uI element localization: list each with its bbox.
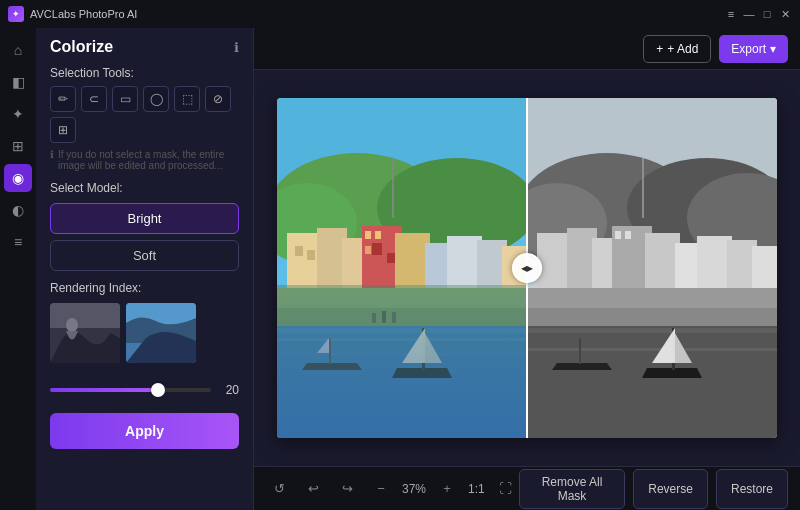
menu-button[interactable]: ≡: [724, 7, 738, 21]
svg-rect-17: [372, 243, 382, 255]
pen-tool[interactable]: ✏: [50, 86, 76, 112]
select-model-section: Select Model: Bright Soft: [50, 181, 239, 271]
image-left-color: [277, 98, 527, 438]
rect-tool[interactable]: ▭: [112, 86, 138, 112]
tools-row: ✏ ⊂ ▭ ◯ ⬚ ⊘ ⊞: [50, 86, 239, 143]
rendering-slider-fill: [50, 388, 155, 392]
ellipse-tool[interactable]: ◯: [143, 86, 169, 112]
thumbnail-color: [126, 303, 196, 363]
zoom-in-button[interactable]: +: [434, 476, 460, 502]
svg-rect-1: [50, 303, 120, 328]
image-right-bw: [527, 98, 777, 438]
svg-rect-29: [277, 326, 527, 438]
sidebar-item-colorize[interactable]: ◉: [4, 164, 32, 192]
redo-button[interactable]: ↪: [334, 476, 360, 502]
ratio-label: 1:1: [468, 482, 485, 496]
svg-rect-58: [527, 326, 777, 438]
svg-rect-35: [382, 311, 386, 323]
svg-rect-34: [372, 313, 376, 323]
panel-title: Colorize: [50, 38, 113, 56]
header-right: + + Add Export ▾: [643, 35, 788, 63]
svg-rect-12: [295, 246, 303, 256]
svg-rect-37: [422, 328, 425, 370]
add-icon: +: [656, 42, 663, 56]
rendering-slider-thumb[interactable]: [151, 383, 165, 397]
thumbnail-bw: [50, 303, 120, 363]
svg-rect-60: [527, 348, 777, 351]
app-icon: ✦: [8, 6, 24, 22]
svg-rect-10: [392, 158, 394, 218]
svg-rect-49: [645, 233, 680, 288]
bottom-right-actions: Remove All Mask Reverse Restore: [519, 469, 788, 509]
erase-tool[interactable]: ⊘: [205, 86, 231, 112]
sidebar-item-layers[interactable]: ◧: [4, 68, 32, 96]
image-compare: ◂▸: [277, 98, 777, 438]
magic-tool[interactable]: ⬚: [174, 86, 200, 112]
info-icon[interactable]: ℹ: [234, 40, 239, 55]
canvas-wrapper: ◂▸: [254, 70, 800, 466]
svg-rect-36: [392, 312, 396, 323]
mask-info-text: ℹ If you do not select a mask, the entir…: [50, 149, 239, 171]
svg-rect-21: [447, 236, 482, 288]
svg-rect-44: [642, 158, 644, 218]
svg-rect-13: [307, 250, 315, 260]
svg-rect-53: [752, 246, 777, 288]
svg-rect-55: [625, 231, 631, 239]
rendering-section: Rendering Index:: [50, 281, 239, 397]
export-button[interactable]: Export ▾: [719, 35, 788, 63]
svg-rect-59: [527, 328, 777, 333]
close-button[interactable]: ✕: [778, 7, 792, 21]
svg-rect-61: [579, 338, 581, 364]
sidebar-item-home[interactable]: ⌂: [4, 36, 32, 64]
svg-point-2: [66, 318, 78, 332]
titlebar: ✦ AVCLabs PhotoPro AI ≡ — □ ✕: [0, 0, 800, 28]
svg-rect-33: [329, 338, 331, 364]
rendering-slider-value: 20: [219, 383, 239, 397]
restore-button[interactable]: Restore: [716, 469, 788, 509]
grid-tool[interactable]: ⊞: [50, 117, 76, 143]
app-title: AVCLabs PhotoPro AI: [30, 8, 718, 20]
add-label: + Add: [667, 42, 698, 56]
svg-rect-11: [287, 233, 322, 288]
model-soft-button[interactable]: Soft: [50, 240, 239, 271]
sidebar-item-effects[interactable]: ✦: [4, 100, 32, 128]
svg-rect-24: [365, 231, 371, 239]
main-area: + + Add Export ▾: [254, 28, 800, 510]
thumbnail-row: [50, 303, 239, 363]
export-label: Export: [731, 42, 766, 56]
refresh-button[interactable]: ↺: [266, 476, 292, 502]
reverse-button[interactable]: Reverse: [633, 469, 708, 509]
rendering-index-label: Rendering Index:: [50, 281, 239, 295]
rendering-slider-row: 20: [50, 383, 239, 397]
sidebar-item-sliders[interactable]: ≡: [4, 228, 32, 256]
header-bar: + + Add Export ▾: [254, 28, 800, 70]
zoom-level: 37%: [402, 482, 426, 496]
sidebar-item-tools[interactable]: ⊞: [4, 132, 32, 160]
compare-handle[interactable]: ◂▸: [512, 253, 542, 283]
selection-tools-section: Selection Tools: ✏ ⊂ ▭ ◯ ⬚ ⊘ ⊞ ℹ If you …: [50, 66, 239, 171]
selection-tools-label: Selection Tools:: [50, 66, 239, 80]
maximize-button[interactable]: □: [760, 7, 774, 21]
svg-rect-45: [537, 233, 572, 288]
add-button[interactable]: + + Add: [643, 35, 711, 63]
apply-button[interactable]: Apply: [50, 413, 239, 449]
sidebar-item-adjust[interactable]: ◐: [4, 196, 32, 224]
svg-rect-57: [527, 308, 777, 328]
app-body: ⌂ ◧ ✦ ⊞ ◉ ◐ ≡ Colorize ℹ Selection Tools…: [0, 28, 800, 510]
svg-rect-18: [387, 253, 395, 263]
svg-rect-32: [277, 353, 527, 356]
svg-rect-25: [375, 231, 381, 239]
svg-rect-31: [277, 338, 527, 341]
svg-rect-51: [697, 236, 732, 288]
minimize-button[interactable]: —: [742, 7, 756, 21]
model-bright-button[interactable]: Bright: [50, 203, 239, 234]
undo-button[interactable]: ↩: [300, 476, 326, 502]
remove-mask-button[interactable]: Remove All Mask: [519, 469, 626, 509]
lasso-tool[interactable]: ⊂: [81, 86, 107, 112]
fullscreen-button[interactable]: ⛶: [493, 476, 519, 502]
zoom-out-button[interactable]: −: [368, 476, 394, 502]
panel-header: Colorize ℹ: [50, 38, 239, 56]
left-panel: Colorize ℹ Selection Tools: ✏ ⊂ ▭ ◯ ⬚ ⊘ …: [36, 28, 254, 510]
handle-arrows: ◂▸: [521, 261, 533, 275]
rendering-slider-track[interactable]: [50, 388, 211, 392]
